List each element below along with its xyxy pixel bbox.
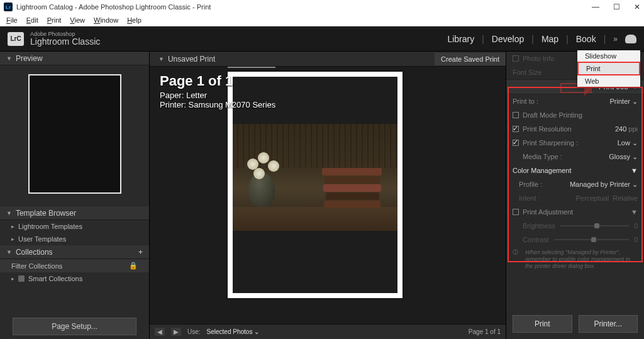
chevron-down-icon: ▼ (6, 249, 12, 255)
brightness-slider[interactable]: Brightness0 (506, 219, 644, 233)
menu-edit[interactable]: Edit (23, 15, 42, 25)
info-note: When selecting "Managed by Printer", rem… (506, 247, 644, 272)
draft-mode-row[interactable]: Draft Mode Printing (506, 108, 644, 122)
overflow-print[interactable]: Print (577, 62, 640, 75)
chevron-down-icon: ▼ (6, 55, 12, 62)
module-overflow-icon[interactable]: » (613, 35, 618, 43)
prev-page-icon[interactable]: ◀ (155, 328, 165, 336)
tpl-user[interactable]: ▸User Templates (0, 233, 149, 245)
menu-file[interactable]: File (3, 15, 21, 25)
filter-collections[interactable]: Filter Collections🔒 (0, 259, 149, 272)
chevron-right-icon: ▸ (11, 275, 14, 282)
minimize-icon[interactable]: — (592, 3, 599, 11)
collections-header[interactable]: ▼Collections+ (0, 245, 149, 259)
menu-help[interactable]: Help (123, 15, 145, 25)
tab-unsaved-print[interactable]: ▼Unsaved Print (150, 55, 224, 64)
module-map[interactable]: Map (541, 34, 558, 44)
module-overflow-menu: Slideshow Print Web (577, 50, 640, 87)
printer-settings-button[interactable]: Printer... (579, 315, 638, 333)
use-selection-dropdown[interactable]: Selected Photos ⌄ (207, 328, 260, 335)
page-counter: Page 1 of 1 (160, 73, 275, 89)
chevron-right-icon: ▸ (11, 236, 14, 242)
profile-row[interactable]: Profile :Managed by Printer ⌄ (506, 177, 644, 191)
right-panel: Photo Info Font Size Print Job▼ Print to… (506, 52, 644, 339)
page-setup-button[interactable]: Page Setup... (13, 318, 136, 335)
checkbox-icon[interactable] (513, 112, 519, 118)
print-photo[interactable] (233, 124, 397, 231)
overflow-slideshow[interactable]: Slideshow (577, 50, 640, 62)
app-icon: Lr (4, 3, 13, 11)
page-info-overlay: Page 1 of 1 Paper: Letter Printer: Samsu… (160, 73, 275, 109)
add-collection-icon[interactable]: + (138, 248, 143, 257)
preview-thumbnail[interactable] (28, 74, 121, 194)
chevron-right-icon: ▸ (11, 223, 14, 230)
chevron-down-icon: ▼ (158, 56, 164, 62)
overflow-web[interactable]: Web (577, 75, 640, 87)
center-toolbar: ◀ ▶ Use: Selected Photos ⌄ Page 1 of 1 (150, 324, 506, 339)
filter-lock-icon[interactable]: 🔒 (129, 262, 138, 270)
paper-label: Paper: Letter (160, 91, 275, 100)
checkbox-icon[interactable] (513, 55, 519, 62)
module-book[interactable]: Book (576, 34, 596, 44)
module-develop[interactable]: Develop (492, 34, 524, 44)
preview-area (0, 65, 149, 206)
create-saved-print-button[interactable]: Create Saved Print (435, 53, 506, 65)
collection-icon (18, 275, 25, 282)
module-picker: Library| Develop| Map| Book| » Slideshow… (447, 34, 636, 44)
cloud-sync-icon[interactable] (625, 35, 636, 43)
brand-main: Lightroom Classic (30, 37, 100, 46)
contrast-slider[interactable]: Contrast0 (506, 233, 644, 247)
center-panel: ▼Unsaved Print Create Saved Print Page 1… (150, 52, 506, 339)
menu-view[interactable]: View (66, 15, 89, 25)
resolution-row[interactable]: Print Resolution240 ppi (506, 122, 644, 136)
menu-window[interactable]: Window (90, 15, 122, 25)
window-titlebar: Lr Lightroom Catalog - Adobe Photoshop L… (0, 0, 644, 14)
smart-collections[interactable]: ▸Smart Collections (0, 272, 149, 285)
intent-row: Intent :Perceptual Relative (506, 191, 644, 205)
color-mgmt-header[interactable]: Color Management▼ (506, 164, 644, 177)
template-browser-header[interactable]: ▼Template Browser (0, 206, 149, 220)
module-library[interactable]: Library (447, 34, 474, 44)
menu-bar: File Edit Print View Window Help (0, 14, 644, 26)
print-button[interactable]: Print (513, 315, 572, 333)
close-icon[interactable]: ✕ (634, 3, 640, 11)
preview-header[interactable]: ▼Preview (0, 52, 149, 65)
checkbox-icon[interactable] (513, 209, 519, 215)
checkbox-icon[interactable] (513, 140, 519, 146)
maximize-icon[interactable]: ☐ (613, 3, 620, 11)
menu-print[interactable]: Print (43, 15, 65, 25)
cell-dimensions-badge: 8.167 x 4.577 in (228, 67, 275, 68)
use-label: Use: (187, 328, 201, 335)
tpl-lightroom[interactable]: ▸Lightroom Templates (0, 220, 149, 233)
chevron-down-icon: ▼ (631, 167, 638, 174)
print-to-row[interactable]: Print to :Printer ⌄ (506, 94, 644, 108)
chevron-down-icon: ▼ (6, 210, 12, 216)
app-header: LrC Adobe Photoshop Lightroom Classic Li… (0, 26, 644, 52)
print-canvas[interactable]: Page 1 of 1 Paper: Letter Printer: Samsu… (150, 67, 506, 324)
checkbox-icon[interactable] (513, 126, 519, 132)
chevron-down-icon: ▼ (631, 208, 638, 216)
page-indicator: Page 1 of 1 (469, 328, 501, 335)
left-panel: ▼Preview ▼Template Browser ▸Lightroom Te… (0, 52, 150, 339)
brand-icon: LrC (8, 32, 24, 46)
next-page-icon[interactable]: ▶ (171, 328, 181, 336)
media-type-row[interactable]: Media Type :Glossy ⌄ (506, 150, 644, 164)
window-title: Lightroom Catalog - Adobe Photoshop Ligh… (16, 3, 211, 11)
printer-label: Printer: Samsung M2070 Series (160, 100, 275, 109)
print-adjustment-row[interactable]: Print Adjustment▼ (506, 205, 644, 219)
sharpening-row[interactable]: Print Sharpening :Low ⌄ (506, 136, 644, 150)
